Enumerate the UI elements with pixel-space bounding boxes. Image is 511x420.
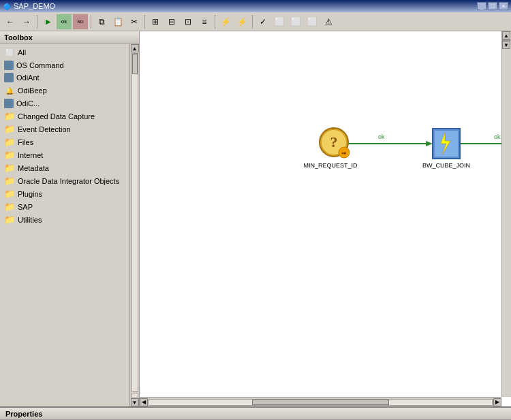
- toolbox-label-odi-objects: Oracle Data Integrator Objects: [18, 177, 119, 185]
- plugins-icon: 📁: [4, 189, 15, 199]
- maximize-button[interactable]: □: [488, 2, 497, 10]
- title-bar-controls: _ □ ×: [477, 2, 508, 10]
- toolbar-sep1: [37, 15, 37, 29]
- hscroll-thumb: [252, 400, 389, 405]
- toolbar-check[interactable]: ✓: [256, 14, 270, 29]
- node2-label: BW_CUBE_JOIN: [422, 162, 470, 169]
- event-detection-icon: 📁: [4, 124, 15, 134]
- toolbar-list[interactable]: ≡: [197, 14, 212, 29]
- vscroll-down-btn[interactable]: ▼: [502, 41, 510, 49]
- toolbox-item-internet[interactable]: 📁 Internet: [0, 148, 139, 161]
- toolbox-scrollbar[interactable]: ▲ ▼: [129, 44, 139, 406]
- toolbox-item-files[interactable]: 📁 Files: [0, 135, 139, 148]
- odiant-icon: [4, 73, 14, 82]
- metadata-icon: 📁: [4, 163, 15, 173]
- toolbox-item-odi-objects[interactable]: 📁 Oracle Data Integrator Objects: [0, 174, 139, 187]
- hscroll-track[interactable]: [149, 399, 493, 406]
- toolbox-label-event-detection: Event Detection: [18, 125, 71, 133]
- toolbox-label-changed-data-capture: Changed Data Capture: [18, 112, 95, 120]
- toolbox-label-plugins: Plugins: [18, 190, 42, 198]
- scroll-extra: [131, 393, 138, 398]
- toolbar-sep2: [91, 15, 91, 29]
- toolbox-item-odi-other[interactable]: OdiC...: [0, 97, 139, 110]
- title-bar: 🔷 SAP_DEMO _ □ ×: [0, 0, 511, 12]
- hscroll-right-btn[interactable]: ▶: [493, 398, 501, 406]
- toolbox-item-odibeep[interactable]: 🔔 OdiBeep: [0, 84, 139, 97]
- toolbox-item-os-command[interactable]: OS Command: [0, 59, 139, 71]
- canvas-hscroll[interactable]: ◀ ▶: [140, 397, 501, 406]
- canvas-area: ok ok ? ➡ MIN_REQUEST_ID: [140, 31, 511, 406]
- scroll-thumb: [132, 54, 138, 74]
- toolbar-forward[interactable]: →: [19, 14, 34, 29]
- properties-panel: Properties General Advanced Memo Version…: [0, 406, 511, 420]
- files-icon: 📁: [4, 137, 15, 147]
- toolbox-label-odibeep: OdiBeep: [18, 86, 47, 95]
- toolbox-item-event-detection[interactable]: 📁 Event Detection: [0, 123, 139, 135]
- arrowhead-1-2: [426, 141, 433, 146]
- toolbar-grid[interactable]: ⊡: [181, 14, 196, 29]
- os-command-icon: [4, 61, 14, 70]
- toolbar-square2[interactable]: ⬜: [288, 14, 303, 29]
- toolbar-run[interactable]: ▶: [40, 14, 55, 29]
- ok-label-2-3: ok: [494, 133, 501, 140]
- toolbar-sep3: [144, 15, 145, 29]
- toolbar-back[interactable]: ←: [3, 14, 18, 29]
- scroll-up-btn[interactable]: ▲: [131, 44, 139, 52]
- properties-header: Properties: [0, 408, 511, 420]
- toolbox-header: Toolbox: [0, 31, 139, 44]
- toolbox-label-all: All: [18, 48, 26, 56]
- hscroll-left-btn[interactable]: ◀: [140, 398, 148, 406]
- node-question[interactable]: ? ➡: [320, 128, 350, 158]
- toolbox-label-odi-other: OdiC...: [16, 99, 40, 108]
- internet-icon: 📁: [4, 150, 15, 160]
- minimize-button[interactable]: _: [477, 2, 486, 10]
- toolbox-item-metadata[interactable]: 📁 Metadata: [0, 161, 139, 174]
- toolbox-list: ⬜ All OS Command OdiAnt 🔔: [0, 44, 139, 406]
- toolbox-item-odiant[interactable]: OdiAnt: [0, 71, 139, 84]
- toolbar-copy[interactable]: ⧉: [94, 14, 109, 29]
- all-icon: ⬜: [4, 47, 15, 58]
- svg-text:➡: ➡: [341, 150, 347, 157]
- title-text: SAP_DEMO: [14, 2, 55, 10]
- toolbar-paste[interactable]: 📋: [110, 14, 125, 29]
- app-icon: 🔷: [3, 3, 11, 10]
- node1-label: MIN_REQUEST_ID: [303, 162, 358, 169]
- toolbox-item-plugins[interactable]: 📁 Plugins: [0, 187, 139, 200]
- toolbox-label-sap: SAP: [18, 203, 33, 211]
- odi-other-icon: [4, 99, 14, 108]
- toolbar-cut[interactable]: ✂: [127, 14, 142, 29]
- toolbox-item-changed-data-capture[interactable]: 📁 Changed Data Capture: [0, 110, 139, 123]
- toolbar-square3[interactable]: ⬜: [305, 14, 320, 29]
- toolbox-label-utilities: Utilities: [18, 216, 42, 224]
- node-bw[interactable]: [433, 129, 460, 159]
- toolbar-remove[interactable]: ⊟: [164, 14, 179, 29]
- svg-text:?: ?: [330, 133, 338, 150]
- toolbar: ← → ▶ ok ko ⧉ 📋 ✂ ⊞ ⊟ ⊡ ≡ ⚡ ⚡ ✓ ⬜ ⬜ ⬜ ⚠: [0, 12, 511, 31]
- scroll-down-btn[interactable]: ▼: [131, 398, 139, 406]
- odibeep-icon: 🔔: [4, 85, 15, 96]
- toolbox-label-odiant: OdiAnt: [16, 74, 40, 82]
- toolbar-ok[interactable]: ok: [57, 14, 72, 29]
- toolbar-lightning2[interactable]: ⚡: [234, 14, 249, 29]
- title-bar-left: 🔷 SAP_DEMO: [3, 2, 55, 10]
- toolbar-warning[interactable]: ⚠: [321, 14, 336, 29]
- changed-data-capture-icon: 📁: [4, 111, 15, 121]
- toolbox-item-sap[interactable]: 📁 SAP: [0, 200, 139, 213]
- toolbox-label-metadata: Metadata: [18, 164, 49, 172]
- vscroll-up-btn[interactable]: ▲: [502, 31, 510, 39]
- close-button[interactable]: ×: [499, 2, 508, 10]
- toolbar-sep5: [252, 15, 253, 29]
- toolbar-sep4: [215, 15, 215, 29]
- scroll-track[interactable]: [131, 53, 138, 392]
- toolbar-ko[interactable]: ko: [73, 14, 88, 29]
- utilities-icon: 📁: [4, 214, 15, 225]
- toolbox-label-files: Files: [18, 138, 33, 146]
- odi-objects-icon: 📁: [4, 176, 15, 186]
- toolbar-lightning1[interactable]: ⚡: [218, 14, 233, 29]
- canvas-vscroll[interactable]: ▲ ▼: [501, 31, 511, 397]
- toolbox-item-all[interactable]: ⬜ All: [0, 46, 139, 59]
- toolbox-item-utilities[interactable]: 📁 Utilities: [0, 213, 139, 226]
- toolbar-square1[interactable]: ⬜: [272, 14, 287, 29]
- toolbar-add[interactable]: ⊞: [148, 14, 163, 29]
- sap-icon: 📁: [4, 201, 15, 212]
